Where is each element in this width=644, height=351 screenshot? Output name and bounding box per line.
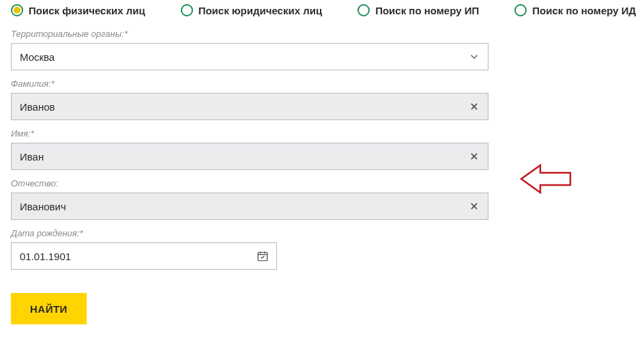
birth-date-input[interactable] (11, 242, 277, 270)
calendar-icon[interactable] (255, 249, 270, 264)
field-surname: Фамилия:* (11, 79, 494, 120)
tab-label: Поиск по номеру ИП (375, 5, 479, 16)
region-value[interactable] (11, 43, 488, 70)
tab-legal-entities[interactable]: Поиск юридических лиц (181, 4, 323, 16)
clear-icon[interactable] (467, 199, 482, 214)
field-label: Фамилия:* (11, 79, 494, 89)
field-patronymic: Отчество: (11, 178, 494, 220)
search-type-tabs: Поиск физических лиц Поиск юридических л… (0, 0, 644, 26)
search-form: Территориальные органы:* Фамилия:* Имя:* (0, 26, 505, 324)
radio-icon (181, 4, 193, 16)
field-region: Территориальные органы:* (11, 29, 494, 70)
field-label: Дата рождения:* (11, 228, 494, 238)
svg-marker-10 (521, 165, 570, 193)
chevron-down-icon[interactable] (467, 49, 482, 64)
field-name: Имя:* (11, 128, 494, 170)
radio-icon (514, 4, 527, 16)
tab-ip-number[interactable]: Поиск по номеру ИП (357, 4, 479, 16)
field-label: Имя:* (11, 128, 494, 139)
search-button[interactable]: НАЙТИ (11, 293, 87, 324)
radio-icon (357, 4, 370, 16)
tab-id-number[interactable]: Поиск по номеру ИД (514, 4, 636, 16)
svg-rect-6 (258, 253, 267, 261)
field-label: Территориальные органы:* (11, 29, 494, 39)
tab-label: Поиск физических лиц (29, 5, 145, 16)
region-select[interactable] (11, 43, 488, 70)
clear-icon[interactable] (467, 99, 482, 114)
tab-label: Поиск по номеру ИД (532, 5, 636, 16)
radio-selected-icon (11, 4, 23, 16)
clear-icon[interactable] (467, 149, 482, 164)
field-label: Отчество: (11, 178, 494, 188)
arrow-annotation-icon (520, 162, 573, 198)
name-input[interactable] (11, 143, 488, 170)
tab-label: Поиск юридических лиц (199, 5, 323, 16)
surname-input[interactable] (11, 93, 488, 120)
tab-physical-persons[interactable]: Поиск физических лиц (11, 4, 145, 16)
field-birth-date: Дата рождения:* (11, 228, 494, 270)
patronymic-input[interactable] (11, 193, 488, 220)
